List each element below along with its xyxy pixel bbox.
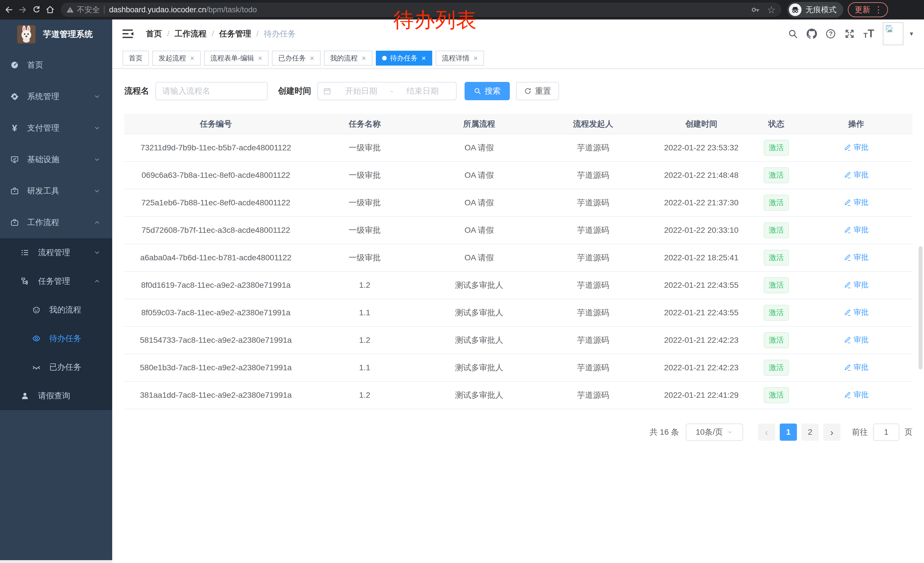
approve-link[interactable]: 审批 (844, 335, 868, 345)
password-key-icon[interactable] (751, 6, 760, 14)
tab-start-process[interactable]: 发起流程× (152, 51, 201, 66)
approve-link[interactable]: 审批 (844, 307, 868, 317)
sidebar-item-workflow[interactable]: 工作流程 (0, 207, 112, 238)
approve-link[interactable]: 审批 (844, 225, 868, 235)
start-date-placeholder[interactable]: 开始日期 (333, 86, 389, 96)
sidebar-item-label: 系统管理 (27, 91, 59, 102)
close-icon[interactable]: × (190, 54, 194, 62)
goto-page-input[interactable] (873, 423, 899, 441)
sidebar-item-payment[interactable]: ¥ 支付管理 (0, 112, 112, 144)
avatar[interactable] (883, 23, 903, 45)
task-starter: 芋道源码 (536, 354, 650, 381)
chevron-down-icon (93, 249, 101, 256)
task-process: 测试多审批人 (422, 299, 536, 326)
browser-menu-dots-icon[interactable]: ⋮ (874, 6, 883, 14)
bookmark-star-icon[interactable]: ☆ (767, 5, 776, 15)
approve-link[interactable]: 审批 (844, 197, 868, 207)
pen-icon (844, 171, 851, 179)
browser-forward-button[interactable] (17, 4, 28, 15)
approve-link[interactable]: 审批 (844, 170, 868, 180)
tab-process-detail[interactable]: 流程详情× (436, 51, 484, 66)
reset-button-label: 重置 (535, 86, 551, 96)
sidebar-item-infra[interactable]: 基础设施 (0, 144, 112, 175)
task-process: OA 请假 (422, 244, 536, 272)
browser-reload-button[interactable] (31, 4, 42, 15)
approve-link[interactable]: 审批 (844, 362, 868, 372)
tab-todo-tasks[interactable]: 待办任务× (376, 51, 432, 66)
task-id: 381aa1dd-7ac8-11ec-a9e2-a2380e71991a (124, 381, 308, 409)
process-name-input[interactable] (158, 87, 265, 96)
breadcrumb-item[interactable]: 首页 (146, 29, 162, 39)
task-process: OA 请假 (422, 162, 536, 189)
vertical-scrollbar[interactable] (918, 246, 922, 369)
sidebar-item-home[interactable]: 首页 (0, 49, 112, 81)
github-icon[interactable] (807, 29, 817, 39)
chevron-down-icon (93, 187, 101, 195)
close-icon[interactable]: × (474, 54, 478, 62)
next-page-button[interactable]: › (823, 423, 840, 441)
breadcrumb-item[interactable]: 任务管理 (219, 29, 251, 39)
sidebar-item-system[interactable]: 系统管理 (0, 81, 112, 112)
tab-label: 流程表单-编辑 (210, 54, 254, 63)
search-icon[interactable] (788, 29, 798, 39)
help-icon[interactable]: ? (825, 29, 836, 39)
tab-my-process[interactable]: 我的流程× (324, 51, 372, 66)
page-button-1[interactable]: 1 (780, 423, 797, 441)
tab-process-form-edit[interactable]: 流程表单-编辑× (204, 51, 268, 66)
close-icon[interactable]: × (422, 54, 426, 62)
chevron-down-icon (93, 156, 101, 163)
sidebar-item-leave-query[interactable]: 请假查询 (0, 381, 112, 410)
incognito-icon (789, 3, 801, 16)
close-icon[interactable]: × (310, 54, 314, 62)
logo-row[interactable]: 芋道管理系统 (0, 20, 112, 49)
sidebar-item-devtools[interactable]: 研发工具 (0, 175, 112, 207)
tab-home[interactable]: 首页 (123, 51, 149, 66)
sidebar-item-process-mgmt[interactable]: 流程管理 (0, 238, 112, 267)
task-name: 1.2 (308, 326, 422, 354)
approve-label: 审批 (854, 170, 868, 180)
column-header: 所属流程 (422, 114, 536, 134)
sidebar-item-todo-tasks[interactable]: 待办任务 (0, 324, 112, 353)
breadcrumb-item[interactable]: 工作流程 (175, 29, 207, 39)
sidebar-item-done-tasks[interactable]: 已办任务 (0, 353, 112, 381)
column-header: 流程发起人 (536, 114, 650, 134)
table-row: 58154733-7ac8-11ec-a9e2-a2380e71991a 1.2… (124, 326, 912, 354)
browser-back-button[interactable] (3, 4, 14, 15)
task-time: 2022-01-21 22:42:23 (650, 354, 753, 381)
prev-page-button[interactable]: ‹ (758, 423, 775, 441)
eye-icon (32, 334, 40, 343)
task-starter: 芋道源码 (536, 162, 650, 189)
task-name: 一级审批 (308, 162, 422, 189)
security-label[interactable]: 不安全 (77, 5, 100, 15)
url-host: dashboard.yudao.iocoder.cn (109, 6, 206, 14)
update-button[interactable]: 更新 ⋮ (848, 2, 888, 17)
browser-home-button[interactable] (45, 4, 56, 15)
table-row: 8f0d1619-7ac8-11ec-a9e2-a2380e71991a 1.2… (124, 272, 912, 299)
page-button-2[interactable]: 2 (801, 423, 819, 441)
status-badge: 激活 (764, 140, 789, 156)
font-size-icon[interactable]: TT (863, 29, 874, 39)
fullscreen-icon[interactable] (844, 29, 855, 39)
tab-done-tasks[interactable]: 已办任务× (272, 51, 320, 66)
close-icon[interactable]: × (258, 54, 262, 62)
task-id: 75d72608-7b7f-11ec-a3c8-acde48001122 (124, 216, 308, 244)
sidebar-item-label: 流程管理 (38, 247, 70, 258)
close-icon[interactable]: × (362, 54, 366, 62)
date-range-picker[interactable]: 开始日期 - 结束日期 (318, 82, 456, 100)
page-size-select[interactable]: 10条/页 (686, 423, 743, 441)
approve-link[interactable]: 审批 (844, 252, 868, 262)
approve-link[interactable]: 审批 (844, 280, 868, 290)
approve-link[interactable]: 审批 (844, 390, 868, 400)
search-button[interactable]: 搜索 (465, 82, 510, 100)
sidebar-collapse-button[interactable] (123, 29, 134, 39)
avatar-dropdown-caret-icon[interactable]: ▼ (909, 31, 914, 37)
column-header: 任务名称 (308, 114, 422, 134)
reset-button[interactable]: 重置 (516, 82, 559, 100)
task-name: 一级审批 (308, 189, 422, 216)
sidebar-item-task-mgmt[interactable]: 任务管理 (0, 267, 112, 296)
tab-label: 流程详情 (442, 54, 470, 63)
sidebar-item-my-process[interactable]: 我的流程 (0, 296, 112, 324)
end-date-placeholder[interactable]: 结束日期 (394, 86, 451, 96)
approve-link[interactable]: 审批 (844, 142, 868, 152)
active-dot-icon (382, 56, 387, 60)
